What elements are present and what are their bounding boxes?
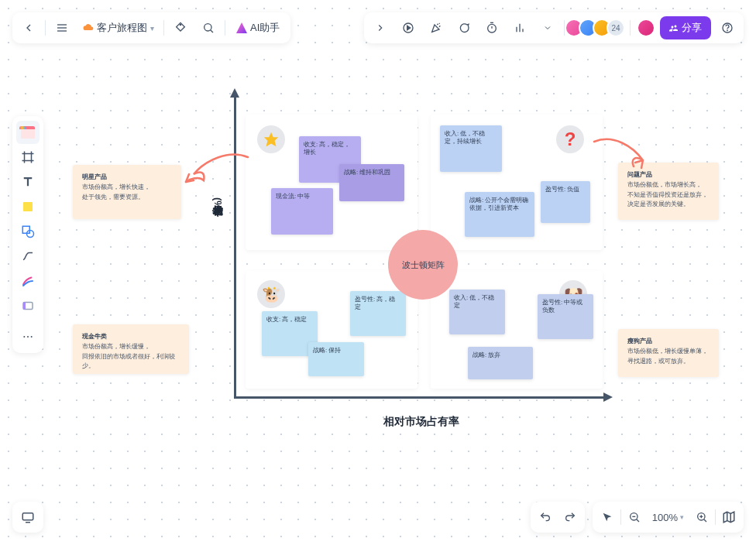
pen-tool[interactable] — [16, 269, 40, 293]
sticky-note[interactable]: 战略: 放弃 — [468, 347, 533, 379]
svg-line-5 — [211, 30, 213, 33]
expand-button[interactable] — [369, 16, 392, 39]
callout-bottom-left[interactable]: 现金牛类 市场份额高，增长缓慢， 回报依旧的市场或者很好，利润较少。 — [73, 324, 189, 374]
tag-button[interactable] — [169, 16, 192, 39]
separator — [163, 20, 164, 36]
arrow-swirl — [182, 151, 252, 190]
topbar-right-group: 24 分享 — [364, 12, 744, 43]
svg-rect-20 — [23, 202, 33, 211]
back-button[interactable] — [17, 16, 40, 39]
shape-tool[interactable] — [16, 220, 40, 243]
separator — [620, 509, 621, 525]
y-axis — [234, 91, 236, 398]
callout-bottom-right[interactable]: 瘦狗产品 市场份额低，增长缓慢单薄， 寻找退路，或可放弃。 — [618, 329, 719, 377]
avatar-group[interactable]: 24 — [569, 19, 625, 37]
avatar-overflow-count: 24 — [607, 19, 625, 37]
svg-point-4 — [204, 24, 211, 31]
text-tool[interactable] — [16, 170, 40, 194]
ai-assistant-button[interactable]: AI助手 — [230, 16, 286, 39]
svg-point-8 — [488, 24, 497, 33]
svg-point-15 — [727, 30, 728, 31]
svg-rect-24 — [23, 303, 26, 310]
svg-marker-7 — [407, 26, 411, 29]
y-axis-label: 市场增长率(%) — [211, 197, 225, 213]
separator — [225, 20, 225, 36]
svg-line-33 — [636, 519, 638, 522]
play-button[interactable] — [397, 16, 420, 39]
template-icon — [21, 126, 35, 139]
frame-tool[interactable] — [16, 146, 40, 169]
side-toolbar — [12, 116, 43, 353]
canvas[interactable]: 市场增长率(%) 相对市场占有率 ? 🐮 🐶 收支: 高，稳定，增长 战略: 维… — [0, 0, 756, 545]
sticky-note[interactable]: 战略: 维持和巩固 — [339, 164, 404, 201]
sticky-note[interactable]: 收入: 低，不稳定 — [449, 290, 505, 334]
more-button[interactable] — [536, 16, 559, 39]
share-button[interactable]: 分享 — [660, 16, 711, 39]
arrow-swirl — [590, 135, 652, 174]
question-icon: ? — [556, 125, 584, 153]
zoom-level-dropdown[interactable]: 100% ▾ — [648, 506, 689, 529]
sticky-note[interactable]: 战略: 公开个会需明确依据，引进新资本 — [465, 192, 534, 237]
pointer-tool[interactable] — [596, 506, 619, 529]
more-tools[interactable] — [16, 325, 40, 348]
matrix-center-label[interactable]: 波士顿矩阵 — [388, 230, 458, 300]
svg-rect-21 — [22, 226, 29, 233]
current-user-avatar[interactable] — [637, 19, 655, 37]
cow-icon: 🐮 — [257, 280, 285, 308]
chart-button[interactable] — [508, 16, 531, 39]
sticky-note[interactable]: 盈亏性: 中等或负数 — [538, 294, 593, 339]
chevron-down-icon: ▾ — [150, 24, 154, 33]
svg-rect-29 — [22, 513, 33, 520]
history-group — [531, 502, 585, 533]
chevron-down-icon: ▾ — [680, 513, 684, 521]
ai-label: AI助手 — [250, 21, 280, 35]
x-axis-label: 相对市场占有率 — [383, 415, 459, 429]
share-label: 分享 — [682, 21, 702, 35]
view-tool-group: 100% ▾ — [593, 502, 744, 533]
timer-button[interactable] — [480, 16, 503, 39]
separator — [630, 20, 631, 36]
comment-button[interactable] — [452, 16, 476, 39]
svg-point-26 — [27, 336, 29, 338]
search-button[interactable] — [197, 16, 220, 39]
document-title-dropdown[interactable]: 客户旅程图 ▾ — [78, 21, 159, 35]
undo-button[interactable] — [534, 506, 557, 529]
callout-top-left[interactable]: 明星产品 市场份额高，增长快速， 处于领先，需要资源。 — [73, 165, 181, 219]
sticky-note[interactable]: 收入: 低，不稳定，持续增长 — [440, 125, 502, 172]
connector-tool[interactable] — [16, 245, 40, 268]
separator — [45, 20, 46, 36]
document-title-text: 客户旅程图 — [97, 21, 147, 35]
svg-line-37 — [704, 519, 706, 522]
svg-point-25 — [23, 336, 25, 338]
confetti-button[interactable] — [424, 16, 448, 39]
help-button[interactable] — [716, 16, 739, 39]
zoom-out-button[interactable] — [623, 506, 646, 529]
card-tool[interactable] — [16, 294, 40, 317]
template-tool[interactable] — [16, 121, 40, 144]
sticky-note[interactable]: 盈亏性: 负值 — [541, 181, 590, 223]
sticky-note[interactable]: 战略: 保持 — [308, 342, 364, 376]
cloud-icon — [83, 22, 94, 35]
map-button[interactable] — [717, 506, 741, 529]
menu-button[interactable] — [50, 16, 74, 39]
x-axis — [234, 396, 610, 399]
star-icon — [257, 125, 285, 153]
svg-point-3 — [180, 24, 180, 25]
sticky-note-tool[interactable] — [16, 195, 40, 218]
redo-button[interactable] — [558, 506, 582, 529]
sticky-note[interactable]: 现金流: 中等 — [271, 188, 333, 235]
slides-button[interactable] — [12, 502, 43, 533]
zoom-in-button[interactable] — [690, 506, 713, 529]
topbar-left-group: 客户旅程图 ▾ AI助手 — [12, 12, 290, 43]
svg-point-27 — [31, 336, 33, 338]
separator — [715, 509, 716, 525]
ai-icon — [236, 22, 247, 33]
svg-marker-28 — [264, 132, 278, 146]
sticky-note[interactable]: 盈亏性: 高，稳定 — [350, 291, 406, 336]
